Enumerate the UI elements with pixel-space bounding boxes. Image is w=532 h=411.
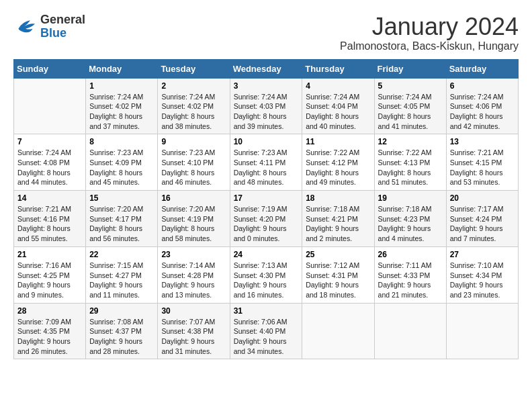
cell-content: Sunrise: 7:11 AM Sunset: 4:33 PM Dayligh…: [378, 261, 443, 300]
day-of-week-header: Friday: [374, 59, 446, 78]
cell-content: Sunrise: 7:18 AM Sunset: 4:21 PM Dayligh…: [306, 204, 370, 244]
sunrise-text: Sunrise: 7:11 AM: [378, 261, 432, 269]
day-number: 1: [89, 81, 154, 91]
cell-content: Sunrise: 7:09 AM Sunset: 4:35 PM Dayligh…: [17, 317, 82, 357]
daylight-text: Daylight: 9 hours and 28 minutes.: [89, 337, 142, 355]
sunset-text: Sunset: 4:16 PM: [17, 215, 70, 223]
sunrise-text: Sunrise: 7:18 AM: [306, 205, 359, 213]
calendar-cell: 6 Sunrise: 7:24 AM Sunset: 4:06 PM Dayli…: [446, 78, 518, 134]
day-number: 22: [89, 250, 154, 259]
daylight-text: Daylight: 9 hours and 4 minutes.: [378, 224, 431, 242]
calendar-cell: 7 Sunrise: 7:24 AM Sunset: 4:08 PM Dayli…: [14, 134, 86, 191]
calendar-title: January 2024: [340, 13, 519, 40]
sunrise-text: Sunrise: 7:12 AM: [306, 261, 359, 269]
sunset-text: Sunset: 4:09 PM: [89, 158, 142, 167]
sunset-text: Sunset: 4:28 PM: [161, 271, 214, 279]
cell-content: Sunrise: 7:24 AM Sunset: 4:02 PM Dayligh…: [161, 92, 226, 132]
sunset-text: Sunset: 4:08 PM: [17, 158, 70, 167]
logo-line1: General: [40, 13, 85, 27]
day-number: 27: [450, 250, 515, 259]
daylight-text: Daylight: 9 hours and 16 minutes.: [234, 281, 287, 299]
daylight-text: Daylight: 8 hours and 39 minutes.: [234, 112, 287, 130]
daylight-text: Daylight: 9 hours and 34 minutes.: [234, 337, 287, 355]
cell-content: Sunrise: 7:19 AM Sunset: 4:20 PM Dayligh…: [234, 204, 299, 244]
day-number: 14: [17, 193, 82, 203]
calendar-cell: 17 Sunrise: 7:19 AM Sunset: 4:20 PM Dayl…: [230, 191, 302, 247]
sunrise-text: Sunrise: 7:24 AM: [161, 93, 215, 101]
calendar-cell: [302, 303, 374, 359]
day-of-week-header: Wednesday: [230, 59, 302, 78]
calendar-cell: 19 Sunrise: 7:18 AM Sunset: 4:23 PM Dayl…: [374, 191, 446, 247]
cell-content: Sunrise: 7:21 AM Sunset: 4:15 PM Dayligh…: [450, 148, 515, 187]
calendar-week-row: 21 Sunrise: 7:16 AM Sunset: 4:25 PM Dayl…: [14, 246, 519, 303]
calendar-cell: 9 Sunrise: 7:23 AM Sunset: 4:10 PM Dayli…: [158, 134, 230, 191]
sunset-text: Sunset: 4:23 PM: [378, 215, 431, 223]
daylight-text: Daylight: 8 hours and 41 minutes.: [378, 112, 431, 130]
cell-content: Sunrise: 7:06 AM Sunset: 4:40 PM Dayligh…: [234, 317, 299, 357]
cell-content: Sunrise: 7:16 AM Sunset: 4:25 PM Dayligh…: [17, 261, 82, 300]
day-of-week-header: Sunday: [14, 59, 86, 78]
sunset-text: Sunset: 4:04 PM: [306, 102, 358, 110]
calendar-cell: 28 Sunrise: 7:09 AM Sunset: 4:35 PM Dayl…: [14, 303, 86, 359]
calendar-cell: 4 Sunrise: 7:24 AM Sunset: 4:04 PM Dayli…: [302, 78, 374, 134]
cell-content: Sunrise: 7:12 AM Sunset: 4:31 PM Dayligh…: [306, 261, 370, 300]
sunrise-text: Sunrise: 7:10 AM: [450, 261, 504, 269]
calendar-cell: 5 Sunrise: 7:24 AM Sunset: 4:05 PM Dayli…: [374, 78, 446, 134]
daylight-text: Daylight: 9 hours and 13 minutes.: [161, 281, 214, 299]
day-number: 17: [234, 193, 299, 203]
sunset-text: Sunset: 4:21 PM: [306, 215, 358, 223]
cell-content: Sunrise: 7:08 AM Sunset: 4:37 PM Dayligh…: [89, 317, 154, 357]
cell-content: Sunrise: 7:20 AM Sunset: 4:17 PM Dayligh…: [89, 204, 154, 244]
sunset-text: Sunset: 4:31 PM: [306, 271, 358, 279]
calendar-cell: 24 Sunrise: 7:13 AM Sunset: 4:30 PM Dayl…: [230, 246, 302, 303]
day-number: 25: [306, 250, 370, 259]
sunrise-text: Sunrise: 7:20 AM: [161, 205, 215, 213]
sunset-text: Sunset: 4:10 PM: [161, 158, 214, 167]
sunrise-text: Sunrise: 7:23 AM: [234, 148, 287, 156]
calendar-cell: [446, 303, 518, 359]
sunset-text: Sunset: 4:13 PM: [378, 158, 431, 167]
calendar-cell: 15 Sunrise: 7:20 AM Sunset: 4:17 PM Dayl…: [86, 191, 158, 247]
daylight-text: Daylight: 9 hours and 7 minutes.: [450, 224, 503, 242]
sunrise-text: Sunrise: 7:24 AM: [450, 93, 504, 101]
sunrise-text: Sunrise: 7:13 AM: [234, 261, 287, 269]
sunset-text: Sunset: 4:19 PM: [161, 215, 214, 223]
day-of-week-header: Thursday: [302, 59, 374, 78]
daylight-text: Daylight: 9 hours and 18 minutes.: [306, 281, 359, 299]
cell-content: Sunrise: 7:23 AM Sunset: 4:09 PM Dayligh…: [89, 148, 154, 187]
sunset-text: Sunset: 4:34 PM: [450, 271, 502, 279]
daylight-text: Daylight: 8 hours and 40 minutes.: [306, 112, 359, 130]
sunset-text: Sunset: 4:20 PM: [234, 215, 286, 223]
logo-icon: [13, 17, 38, 37]
calendar-week-row: 7 Sunrise: 7:24 AM Sunset: 4:08 PM Dayli…: [14, 134, 519, 191]
day-number: 26: [378, 250, 443, 259]
cell-content: Sunrise: 7:18 AM Sunset: 4:23 PM Dayligh…: [378, 204, 443, 244]
calendar-week-row: 1 Sunrise: 7:24 AM Sunset: 4:02 PM Dayli…: [14, 78, 519, 134]
day-header-row: SundayMondayTuesdayWednesdayThursdayFrid…: [14, 59, 519, 78]
sunset-text: Sunset: 4:12 PM: [306, 158, 358, 167]
daylight-text: Daylight: 8 hours and 37 minutes.: [89, 112, 142, 130]
day-number: 2: [161, 81, 226, 91]
calendar-cell: 25 Sunrise: 7:12 AM Sunset: 4:31 PM Dayl…: [302, 246, 374, 303]
day-number: 29: [89, 306, 154, 316]
calendar-cell: 8 Sunrise: 7:23 AM Sunset: 4:09 PM Dayli…: [86, 134, 158, 191]
cell-content: Sunrise: 7:15 AM Sunset: 4:27 PM Dayligh…: [89, 261, 154, 300]
calendar-cell: 2 Sunrise: 7:24 AM Sunset: 4:02 PM Dayli…: [158, 78, 230, 134]
sunset-text: Sunset: 4:03 PM: [234, 102, 286, 110]
day-number: 11: [306, 137, 370, 146]
sunset-text: Sunset: 4:38 PM: [161, 327, 214, 335]
day-of-week-header: Tuesday: [158, 59, 230, 78]
daylight-text: Daylight: 9 hours and 9 minutes.: [17, 281, 71, 299]
sunrise-text: Sunrise: 7:24 AM: [234, 93, 287, 101]
calendar-cell: 18 Sunrise: 7:18 AM Sunset: 4:21 PM Dayl…: [302, 191, 374, 247]
daylight-text: Daylight: 8 hours and 53 minutes.: [450, 169, 503, 187]
daylight-text: Daylight: 9 hours and 11 minutes.: [89, 281, 142, 299]
page-header: General Blue January 2024 Palmonostora, …: [13, 13, 519, 52]
calendar-cell: 10 Sunrise: 7:23 AM Sunset: 4:11 PM Dayl…: [230, 134, 302, 191]
day-number: 18: [306, 193, 370, 203]
sunrise-text: Sunrise: 7:24 AM: [378, 93, 432, 101]
sunrise-text: Sunrise: 7:08 AM: [89, 318, 143, 326]
logo-line2: Blue: [40, 27, 85, 40]
daylight-text: Daylight: 8 hours and 49 minutes.: [306, 169, 359, 187]
sunrise-text: Sunrise: 7:18 AM: [378, 205, 432, 213]
